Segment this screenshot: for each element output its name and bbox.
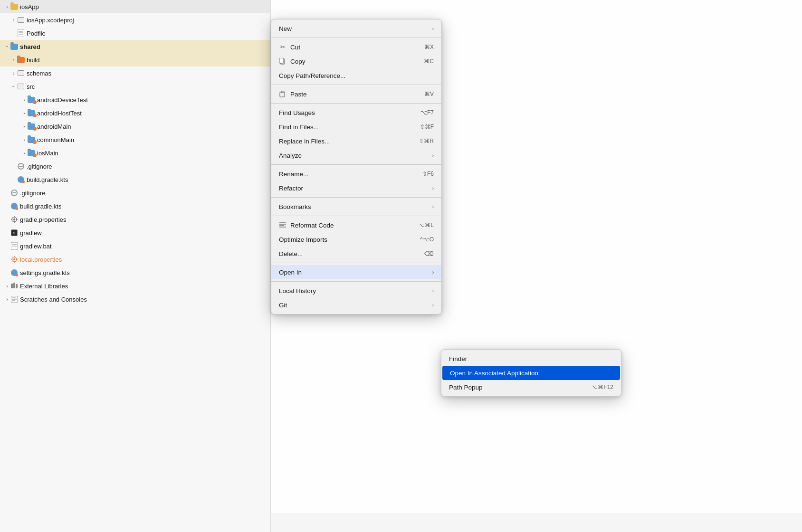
folder-plugin-icon <box>28 149 35 157</box>
file-tree: › iosApp › iosApp.xcodeproj › Podfile › … <box>0 0 271 532</box>
tree-item-schemas[interactable]: › schemas <box>0 66 270 80</box>
shortcut-label: ⌥⌘L <box>418 222 434 228</box>
submenu-item-open-associated[interactable]: Open In Associated Application <box>442 366 620 380</box>
tree-item-gradlew-bat[interactable]: › gradlew.bat <box>0 239 270 253</box>
item-label: .gitignore <box>20 190 45 197</box>
gradle-icon <box>10 202 18 210</box>
item-label: gradlew <box>20 229 42 237</box>
tree-item-gradlew[interactable]: › $ gradlew <box>0 226 270 239</box>
tree-item-scratches[interactable]: › Scratches and Consoles <box>0 293 270 306</box>
shortcut-label: ⌘X <box>424 44 434 50</box>
menu-separator <box>271 263 441 263</box>
svg-rect-0 <box>18 29 24 37</box>
tree-item-settings-gradle[interactable]: › settings.gradle.kts <box>0 266 270 279</box>
menu-item-copy[interactable]: Copy ⌘C <box>271 54 441 68</box>
menu-item-find-files[interactable]: Find in Files... ⇧⌘F <box>271 120 441 134</box>
item-label: settings.gradle.kts <box>20 269 70 276</box>
menu-item-delete[interactable]: Delete... ⌫ <box>271 247 441 261</box>
tree-item-build-gradle-2[interactable]: › build.gradle.kts <box>0 200 270 213</box>
menu-item-git[interactable]: Git › <box>271 298 441 312</box>
menu-item-bookmarks[interactable]: Bookmarks › <box>271 200 441 214</box>
svg-point-14 <box>13 258 15 260</box>
expand-arrow: › <box>10 57 17 63</box>
submenu-arrow: › <box>432 288 434 294</box>
menu-label: New <box>279 25 292 32</box>
menu-separator <box>271 38 441 38</box>
item-label: iosMain <box>37 150 58 157</box>
expand-arrow: › <box>4 283 10 289</box>
expand-arrow: › <box>4 296 10 303</box>
submenu-arrow: › <box>432 153 434 158</box>
menu-label: Local History <box>279 287 316 294</box>
menu-separator <box>271 103 441 104</box>
folder-icon <box>17 83 25 90</box>
expand-arrow: › <box>10 17 17 23</box>
no-entry-icon <box>10 189 18 197</box>
item-label: External Libraries <box>20 283 68 290</box>
tree-item-podfile[interactable]: › Podfile <box>0 27 270 40</box>
expand-arrow: › <box>21 150 28 156</box>
tree-item-gitignore-1[interactable]: › .gitignore <box>0 160 270 173</box>
menu-item-copy-path[interactable]: Copy Path/Reference... <box>271 68 441 83</box>
tree-item-android-device-test[interactable]: › androidDeviceTest <box>0 93 270 106</box>
item-label: iosApp.xcodeproj <box>27 17 74 24</box>
shortcut-label: ⇧⌘F <box>420 124 434 130</box>
menu-item-open-in[interactable]: Open In › <box>271 265 441 279</box>
menu-item-optimize[interactable]: Optimize Imports ^⌥O <box>271 232 441 247</box>
paste-icon <box>279 90 286 98</box>
menu-item-analyze[interactable]: Analyze › <box>271 148 441 162</box>
menu-item-replace-files[interactable]: Replace in Files... ⇧⌘R <box>271 134 441 148</box>
tree-item-external-libraries[interactable]: › External Libraries <box>0 279 270 293</box>
menu-item-rename[interactable]: Rename... ⇧F6 <box>271 167 441 181</box>
tree-item-android-host-test[interactable]: › androidHostTest <box>0 106 270 120</box>
menu-separator <box>271 85 441 85</box>
tree-item-build-gradle-1[interactable]: › build.gradle.kts <box>0 173 270 186</box>
menu-item-reformat[interactable]: Reformat Code ⌥⌘L <box>271 218 441 232</box>
tree-item-android-main[interactable]: › androidMain <box>0 120 270 133</box>
context-menu: New › ✂ Cut ⌘X Copy ⌘C Copy Path/Referen… <box>271 19 442 314</box>
shortcut-label: ⇧⌘R <box>419 138 434 144</box>
tree-item-local-properties[interactable]: › local.properties <box>0 253 270 266</box>
menu-label: Refactor <box>279 185 303 192</box>
tree-item-gradle-properties[interactable]: › gradle.properties <box>0 213 270 226</box>
tree-item-gitignore-2[interactable]: › .gitignore <box>0 186 270 200</box>
item-label: androidMain <box>37 123 71 130</box>
expand-arrow: › <box>21 123 28 130</box>
submenu-arrow: › <box>432 303 434 308</box>
tree-item-ios-main[interactable]: › iosMain <box>0 146 270 160</box>
folder-plugin-icon <box>28 96 35 104</box>
tree-item-shared[interactable]: › shared <box>0 40 270 53</box>
menu-item-local-history[interactable]: Local History › <box>271 284 441 298</box>
open-in-submenu: Finder Open In Associated Application Pa… <box>441 349 621 397</box>
menu-label: Git <box>279 302 287 309</box>
menu-label: Delete... <box>279 250 303 257</box>
menu-label: Copy Path/Reference... <box>279 72 345 79</box>
menu-item-paste[interactable]: Paste ⌘V <box>271 87 441 101</box>
menu-item-cut[interactable]: ✂ Cut ⌘X <box>271 40 441 54</box>
shortcut-label: ⇧F6 <box>422 171 434 177</box>
menu-label: Paste <box>290 91 307 98</box>
menu-item-new[interactable]: New › <box>271 21 441 36</box>
menu-label: Reformat Code <box>290 222 334 229</box>
menu-item-refactor[interactable]: Refactor › <box>271 181 441 195</box>
library-icon <box>10 282 18 290</box>
tree-item-common-main[interactable]: › commonMain <box>0 133 270 146</box>
expand-arrow: › <box>21 136 28 143</box>
submenu-item-finder[interactable]: Finder <box>441 352 621 366</box>
shortcut-label: ⌘V <box>424 91 434 97</box>
tree-item-src[interactable]: › src <box>0 80 270 93</box>
submenu-label: Open In Associated Application <box>450 370 538 377</box>
item-label: gradlew.bat <box>20 243 52 250</box>
submenu-item-path-popup[interactable]: Path Popup ⌥⌘F12 <box>441 380 621 394</box>
folder-icon <box>10 3 18 10</box>
item-label: commonMain <box>37 136 74 143</box>
tree-item-iosapp[interactable]: › iosApp <box>0 0 270 13</box>
svg-rect-19 <box>11 284 13 288</box>
tree-item-build[interactable]: › build <box>0 53 270 66</box>
expand-arrow: › <box>4 3 10 10</box>
menu-item-find-usages[interactable]: Find Usages ⌥F7 <box>271 105 441 120</box>
svg-point-5 <box>13 218 15 220</box>
item-label: .gitignore <box>27 163 52 170</box>
svg-rect-21 <box>16 284 18 288</box>
tree-item-iosapp-xcodeproj[interactable]: › iosApp.xcodeproj <box>0 13 270 27</box>
